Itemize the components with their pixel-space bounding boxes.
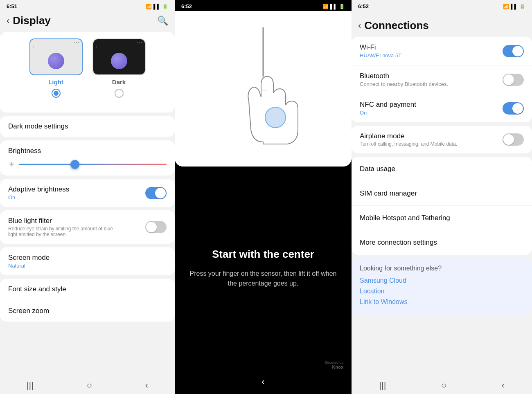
airplane-text: Airplane mode Turn off calling, messagin… [360,132,457,147]
nav-home-icon[interactable]: ○ [87,380,92,391]
more-connection-item[interactable]: More connection settings [352,230,532,255]
airplane-sub: Turn off calling, messaging, and Mobile … [360,141,457,147]
light-circle-icon [48,53,64,69]
battery-icon: 🔋 [162,4,168,9]
blue-light-toggle[interactable] [145,221,167,233]
conn-status-bar: 6:52 📶 ▌▌ 🔋 [352,0,532,11]
fp-time: 6:52 [181,3,192,9]
brightness-label: Brightness [8,147,167,155]
bluetooth-sub: Connect to nearby Bluetooth devices. [360,81,448,87]
theme-option-dark[interactable]: ‹ Dark [92,38,146,98]
location-link[interactable]: Location [360,288,524,295]
more-settings-card: Data usage SIM card manager Mobile Hotsp… [352,157,532,255]
screen-mode-item[interactable]: Screen mode Natural [0,247,175,275]
nfc-item[interactable]: NFC and payment On [352,94,532,122]
wifi-bluetooth-nfc-card: Wi-Fi HUAWEI nova 5T Bluetooth Connect t… [352,37,532,122]
dark-theme-radio[interactable] [115,89,124,98]
fp-hand-illustration [222,27,304,150]
theme-card: ‹ Light [0,32,175,113]
nav-back-icon[interactable]: ‹ [145,380,148,391]
brightness-slider-track[interactable] [19,164,167,165]
display-back-button[interactable]: ‹ [7,16,9,26]
screen-mode-label: Screen mode [8,254,50,262]
light-mockup: ‹ [30,39,82,74]
adaptive-brightness-status: On [8,194,69,200]
fp-back-icon[interactable]: ‹ [261,376,265,387]
fp-illustration-area [175,11,352,167]
display-header-left: ‹ Display [7,14,51,27]
airplane-card: Airplane mode Turn off calling, messagin… [352,126,532,153]
samsung-cloud-link[interactable]: Samsung Cloud [360,277,524,284]
brightness-sun-icon: ☀ [8,160,15,169]
sim-card-item[interactable]: SIM card manager [352,181,532,206]
conn-time: 6:52 [358,3,369,9]
adaptive-brightness-toggle[interactable] [145,187,167,199]
bluetooth-toggle[interactable] [503,74,524,86]
fp-nav-bar: ‹ [175,369,352,394]
more-connection-label: More connection settings [360,239,437,247]
signal-icon: ▌▌ [153,4,160,9]
data-usage-item[interactable]: Data usage [352,157,532,181]
adaptive-brightness-item[interactable]: Adaptive brightness On [0,179,175,207]
wifi-item[interactable]: Wi-Fi HUAWEI nova 5T [352,37,532,65]
wifi-toggle[interactable] [503,45,524,57]
light-theme-radio[interactable] [52,89,61,98]
screen-zoom-label: Screen zoom [8,307,49,315]
display-search-button[interactable]: 🔍 [157,16,168,26]
fp-description: Press your finger on the sensor, then li… [187,269,339,288]
dark-theme-preview: ‹ [92,38,146,75]
conn-battery-icon: 🔋 [519,4,525,9]
airplane-toggle[interactable] [503,133,524,146]
bluetooth-item[interactable]: Bluetooth Connect to nearby Bluetooth de… [352,65,532,94]
display-page-title: Display [13,14,51,27]
screen-mode-text: Screen mode Natural [8,254,50,269]
conn-header: ‹ Connections [352,11,532,37]
svg-point-3 [265,107,286,128]
nfc-sub: On [360,110,416,116]
link-to-windows-link[interactable]: Link to Windows [360,298,524,306]
knox-logo: Secured by Knox [325,360,343,369]
data-usage-label: Data usage [360,165,395,173]
display-nav-bar: ||| ○ ‹ [0,375,175,394]
dark-mode-settings-item[interactable]: Dark mode settings [0,116,175,137]
dark-mode-settings-label: Dark mode settings [8,122,68,131]
display-header: ‹ Display 🔍 [0,11,175,32]
fp-title: Start with the center [212,248,314,261]
conn-wifi-icon: 📶 [503,4,509,9]
blue-light-text: Blue light filter Reduce eye strain by l… [8,217,123,237]
font-size-section: Font size and style Screen zoom [0,279,175,322]
display-panel: 6:51 📶 ▌▌ 🔋 ‹ Display 🔍 [0,0,175,394]
conn-nav-home-icon[interactable]: ○ [441,380,446,391]
screen-mode-section: Screen mode Natural [0,247,175,275]
nfc-toggle[interactable] [503,102,524,115]
nfc-label: NFC and payment [360,101,416,109]
dark-mockup: ‹ [93,39,145,74]
nav-menu-icon[interactable]: ||| [27,380,34,391]
font-size-item[interactable]: Font size and style [0,279,175,300]
blue-light-filter-item[interactable]: Blue light filter Reduce eye strain by l… [0,210,175,244]
airplane-item[interactable]: Airplane mode Turn off calling, messagin… [352,126,532,153]
conn-page-title: Connections [364,19,428,32]
conn-nav-back-icon[interactable]: ‹ [501,380,504,391]
display-status-icons: 📶 ▌▌ 🔋 [146,4,168,9]
screen-mode-value: Natural [8,263,50,269]
font-size-label: Font size and style [8,285,66,293]
fp-status-bar: 6:52 📶 ▌▌ 🔋 [175,0,352,11]
hotspot-item[interactable]: Mobile Hotspot and Tethering [352,206,532,230]
conn-status-icons: 📶 ▌▌ 🔋 [503,4,525,9]
adaptive-brightness-label: Adaptive brightness [8,185,69,194]
theme-options: ‹ Light [29,38,146,98]
conn-back-button[interactable]: ‹ [358,20,361,31]
wifi-icon: 📶 [146,4,152,9]
fingerprint-panel: 6:52 📶 ▌▌ 🔋 [175,0,352,394]
theme-option-light[interactable]: ‹ Light [29,38,83,98]
dark-circle-icon [111,53,127,69]
screen-zoom-item[interactable]: Screen zoom [0,300,175,322]
wifi-sub: HUAWEI nova 5T [360,52,401,59]
fp-battery-icon: 🔋 [339,4,345,9]
blue-light-desc: Reduce eye strain by limiting the amount… [8,226,123,237]
light-theme-label: Light [48,79,63,86]
conn-nav-menu-icon[interactable]: ||| [379,380,386,391]
blue-light-filter-section: Blue light filter Reduce eye strain by l… [0,210,175,244]
brightness-slider-thumb[interactable] [70,160,79,169]
